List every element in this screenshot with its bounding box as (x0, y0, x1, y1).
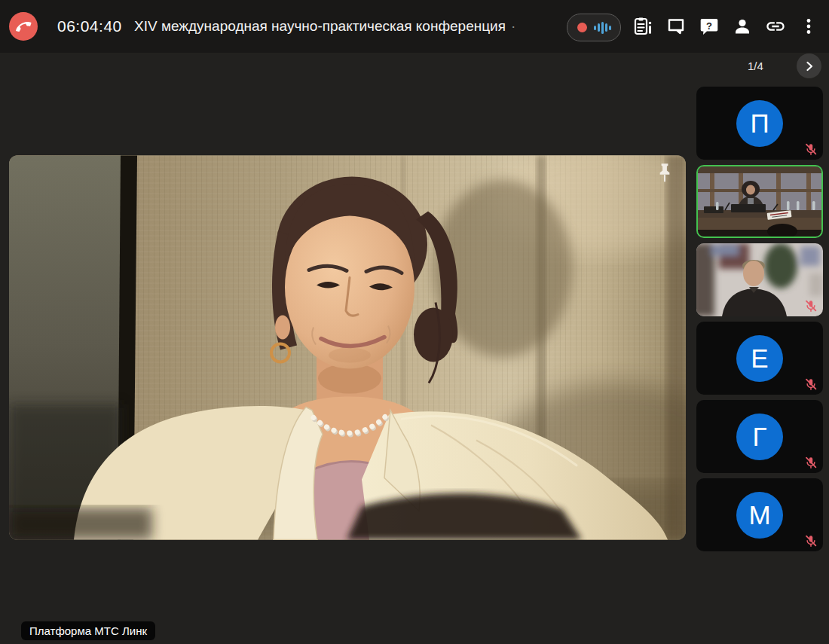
participant-tile[interactable]: М (696, 478, 823, 551)
notes-button[interactable] (629, 13, 656, 40)
mic-muted-icon (804, 377, 818, 391)
question-bubble-icon: ? (699, 17, 719, 36)
next-page-button[interactable] (797, 53, 821, 78)
platform-watermark: Платформа МТС Линк (21, 621, 155, 640)
participant-tile[interactable] (696, 243, 823, 316)
participant-tile[interactable]: П (696, 87, 823, 160)
speaker-video-frame (9, 155, 686, 540)
recording-indicator[interactable] (567, 14, 621, 41)
call-timer: 06:04:40 (57, 17, 122, 35)
meeting-window: 06:04:40 XIV международная научно-практи… (0, 0, 829, 644)
mic-muted-icon (804, 299, 818, 313)
avatar-initial: М (748, 502, 770, 528)
participants-button[interactable] (729, 13, 756, 40)
top-toolbar: 06:04:40 XIV международная научно-практи… (0, 0, 829, 53)
avatar: Г (736, 414, 783, 460)
chevron-right-icon (804, 61, 815, 72)
avatar-initial: Г (753, 423, 767, 450)
pin-icon (656, 163, 674, 185)
mic-muted-icon (804, 142, 818, 156)
notes-icon (633, 17, 653, 36)
avatar: М (736, 492, 783, 539)
participant-tile[interactable]: Г (696, 400, 823, 473)
participant-tile[interactable]: Е (696, 322, 823, 395)
rail-pager: 1/4 (696, 53, 823, 81)
mic-muted-icon (804, 456, 818, 469)
phone-hangup-icon (11, 14, 35, 38)
conference-hall-video (698, 166, 821, 237)
avatar: Е (736, 335, 783, 382)
copy-link-button[interactable] (762, 13, 789, 40)
participant-tile-active-speaker[interactable] (696, 165, 823, 238)
avatar: П (736, 100, 783, 147)
page-indicator: 1/4 (748, 60, 763, 72)
mic-muted-icon (804, 534, 818, 548)
questions-button[interactable]: ? (696, 13, 723, 40)
person-icon (733, 17, 752, 36)
main-video-pinned-speaker[interactable] (9, 155, 686, 540)
meeting-title: XIV международная научно-практическая ко… (134, 18, 515, 35)
avatar-initial: П (750, 110, 769, 136)
title-truncation-dot: · (511, 18, 515, 34)
audio-waveform-icon (594, 22, 611, 34)
chat-icon (666, 17, 686, 36)
avatar-initial: Е (751, 345, 768, 371)
more-vertical-icon (799, 17, 818, 36)
record-dot-icon (577, 23, 587, 32)
participants-rail: 1/4 П (696, 53, 823, 557)
chat-button[interactable] (662, 13, 690, 40)
pin-button[interactable] (656, 163, 674, 185)
svg-text:?: ? (706, 20, 712, 32)
hangup-button[interactable] (9, 12, 38, 41)
more-menu-button[interactable] (795, 13, 822, 40)
link-icon (765, 16, 786, 37)
